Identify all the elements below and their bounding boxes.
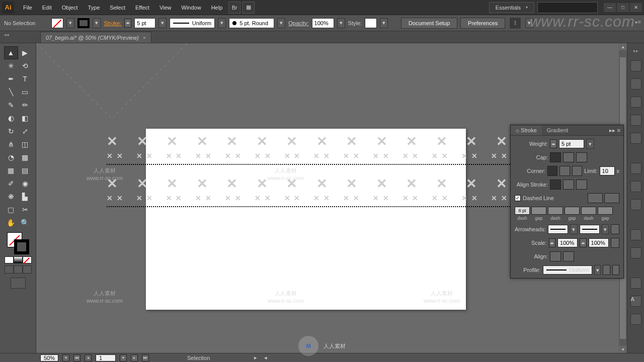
menu-file[interactable]: File — [18, 2, 37, 14]
tab-gradient[interactable]: Gradient — [542, 125, 573, 135]
style-swatch[interactable] — [365, 18, 377, 28]
free-transform-tool[interactable]: ◫ — [18, 138, 32, 151]
nav-first-button[interactable]: ⏮ — [73, 354, 80, 361]
gap-input-1[interactable] — [531, 207, 546, 215]
scale-link-button[interactable] — [611, 238, 619, 248]
brush-dropdown[interactable]: ▾ — [218, 18, 226, 28]
brush-select[interactable]: Uniform — [170, 18, 215, 28]
color-mode-swatches[interactable] — [5, 256, 32, 263]
opacity-input[interactable]: 100% — [312, 18, 334, 28]
arrowhead-end-select[interactable] — [580, 225, 600, 234]
layers-panel-icon[interactable] — [630, 278, 641, 289]
brushes-panel-icon[interactable] — [630, 115, 641, 126]
scale-tool[interactable]: ⤢ — [18, 125, 32, 138]
menu-effect[interactable]: Effect — [130, 2, 154, 14]
menu-edit[interactable]: Edit — [37, 2, 57, 14]
menu-window[interactable]: Window — [177, 2, 206, 14]
pencil-tool[interactable]: ✏ — [18, 99, 32, 112]
graph-tool[interactable]: ▙ — [18, 190, 32, 203]
align-to-icon[interactable]: ⟟ — [509, 17, 521, 29]
stroke-box[interactable] — [14, 239, 29, 254]
swap-arrowheads-button[interactable] — [611, 224, 619, 234]
window-maximize[interactable]: □ — [617, 3, 629, 12]
dash-preserve-button[interactable] — [588, 193, 603, 203]
shape-builder-tool[interactable]: ◔ — [4, 151, 18, 164]
document-setup-button[interactable]: Document Setup — [401, 18, 457, 29]
arrow-align-extend-button[interactable] — [550, 251, 561, 261]
stroke-panel-icon[interactable] — [630, 163, 641, 174]
panel-menu-icon[interactable]: ≡ — [617, 127, 620, 134]
controlbar-flyout-icon[interactable]: ▸≡ — [635, 19, 641, 25]
graphic-styles-panel-icon[interactable] — [630, 247, 641, 258]
arrowhead-end-dropdown[interactable]: ▾ — [602, 224, 609, 234]
scale-start-stepper[interactable]: ◂▸ — [549, 238, 556, 247]
corner-miter-button[interactable] — [547, 166, 557, 176]
symbols-panel-icon[interactable] — [630, 133, 641, 144]
artboard-tool[interactable]: ▢ — [4, 203, 18, 216]
rectangle-tool[interactable]: ▭ — [18, 85, 32, 99]
slice-tool[interactable]: ✂ — [18, 203, 32, 216]
hand-tool[interactable]: ✋ — [4, 216, 18, 229]
preferences-button[interactable]: Preferences — [460, 18, 505, 29]
status-flyout-icon[interactable]: ▸ — [254, 354, 257, 361]
dash-input-2[interactable] — [548, 207, 563, 215]
arrow-align-tip-button[interactable] — [563, 251, 574, 261]
perspective-tool[interactable]: ▩ — [18, 151, 32, 164]
color-guide-panel-icon[interactable] — [630, 78, 641, 89]
dock-expand-icon[interactable]: ▸▸ — [633, 48, 638, 53]
character-panel-icon[interactable]: A — [630, 296, 641, 307]
menu-type[interactable]: Type — [83, 2, 105, 14]
nav-prev-button[interactable]: ◂ — [85, 354, 92, 361]
dash-input-1[interactable]: 8 pt — [515, 207, 530, 215]
fill-dropdown[interactable]: ▾ — [66, 18, 74, 28]
opacity-dropdown[interactable]: ▾ — [337, 18, 345, 28]
zoom-tool[interactable]: 🔍 — [18, 216, 32, 229]
zoom-dropdown[interactable]: ▾ — [62, 354, 69, 361]
stroke-weight-input[interactable]: 5 pt — [134, 18, 155, 28]
varwidth-dropdown[interactable]: ▾ — [277, 18, 285, 28]
align-outside-button[interactable] — [576, 179, 587, 190]
tabbar-expand-icon[interactable]: ◂◂ — [4, 32, 9, 37]
color-panel-icon[interactable] — [630, 60, 641, 71]
width-tool[interactable]: ⋔ — [4, 138, 18, 151]
workspace-switcher[interactable]: Essentials — [489, 2, 534, 13]
gradient-tool[interactable]: ▤ — [18, 164, 32, 177]
style-dropdown[interactable]: ▾ — [380, 18, 388, 28]
limit-input[interactable]: 10 — [600, 166, 615, 175]
stroke-label[interactable]: Stroke: — [104, 20, 121, 26]
align-inside-button[interactable] — [563, 179, 574, 190]
window-minimize[interactable]: — — [604, 3, 616, 12]
scale-start-input[interactable]: 100% — [557, 238, 578, 247]
profile-flip-y-button[interactable] — [612, 265, 620, 275]
eyedropper-tool[interactable]: ✐ — [4, 177, 18, 190]
arrowhead-start-dropdown[interactable]: ▾ — [570, 224, 578, 234]
artboard-dropdown[interactable]: ▾ — [120, 354, 127, 361]
scale-end-stepper[interactable]: ◂▸ — [580, 238, 587, 247]
profile-dropdown[interactable]: ▾ — [594, 265, 601, 275]
lasso-tool[interactable]: ⟲ — [18, 59, 32, 72]
align-center-button[interactable] — [550, 179, 561, 190]
fill-swatch[interactable] — [51, 18, 63, 28]
selection-tool[interactable]: ▲ — [4, 46, 18, 59]
gap-input-2[interactable] — [565, 207, 580, 215]
menu-select[interactable]: Select — [105, 2, 130, 14]
magic-wand-tool[interactable]: ✳ — [4, 59, 18, 72]
screen-mode-button[interactable] — [11, 278, 26, 289]
swatches-panel-icon[interactable] — [630, 97, 641, 108]
mesh-tool[interactable]: ▦ — [4, 164, 18, 177]
scale-end-input[interactable]: 100% — [589, 238, 609, 247]
arrange-icon[interactable]: ▦ — [243, 2, 255, 14]
pen-tool[interactable]: ✒ — [4, 72, 18, 85]
stroke-dropdown[interactable]: ▾ — [93, 18, 101, 28]
paintbrush-tool[interactable]: ✎ — [4, 99, 18, 112]
paragraph-panel-icon[interactable] — [630, 314, 641, 325]
weight-dropdown[interactable]: ▾ — [586, 139, 594, 149]
corner-round-button[interactable] — [559, 166, 570, 176]
cap-projecting-button[interactable] — [576, 152, 587, 162]
cap-round-button[interactable] — [563, 152, 574, 162]
line-tool[interactable]: ╲ — [4, 85, 18, 99]
align-to-dropdown[interactable]: ▾ — [525, 18, 533, 28]
search-input[interactable] — [537, 2, 598, 13]
cap-butt-button[interactable] — [550, 152, 561, 162]
rotate-tool[interactable]: ↻ — [4, 125, 18, 138]
